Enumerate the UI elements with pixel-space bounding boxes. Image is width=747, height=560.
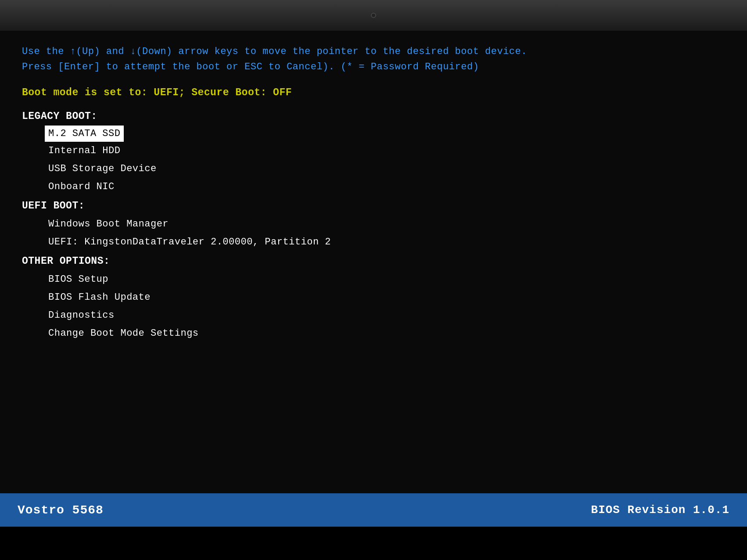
option-change-boot-mode[interactable]: Change Boot Mode Settings xyxy=(48,324,725,342)
option-diagnostics[interactable]: Diagnostics xyxy=(48,306,725,324)
instructions-text: Use the ↑(Up) and ↓(Down) arrow keys to … xyxy=(22,44,725,75)
bios-footer-bar: Vostro 5568 BIOS Revision 1.0.1 xyxy=(0,493,747,527)
other-options-section: OTHER OPTIONS: BIOS Setup BIOS Flash Upd… xyxy=(22,255,725,342)
legacy-internal-hdd[interactable]: Internal HDD xyxy=(48,142,725,160)
legacy-boot-section: LEGACY BOOT: M.2 SATA SSD Internal HDD U… xyxy=(22,111,725,196)
legacy-onboard-nic[interactable]: Onboard NIC xyxy=(48,178,725,196)
boot-mode-status: Boot mode is set to: UEFI; Secure Boot: … xyxy=(22,87,725,98)
uefi-boot-header: UEFI BOOT: xyxy=(22,200,725,212)
bios-screen: Use the ↑(Up) and ↓(Down) arrow keys to … xyxy=(0,31,747,527)
legacy-usb-storage[interactable]: USB Storage Device xyxy=(48,160,725,178)
other-options-header: OTHER OPTIONS: xyxy=(22,255,725,267)
option-bios-setup[interactable]: BIOS Setup xyxy=(48,270,725,288)
bios-revision: BIOS Revision 1.0.1 xyxy=(591,503,729,517)
webcam xyxy=(371,13,376,18)
legacy-boot-header: LEGACY BOOT: xyxy=(22,111,725,122)
uefi-boot-section: UEFI BOOT: Windows Boot Manager UEFI: Ki… xyxy=(22,200,725,251)
option-bios-flash-update[interactable]: BIOS Flash Update xyxy=(48,288,725,306)
laptop-bezel xyxy=(0,0,747,31)
uefi-kingston-traveler[interactable]: UEFI: KingstonDataTraveler 2.00000, Part… xyxy=(48,233,725,251)
uefi-windows-boot-manager[interactable]: Windows Boot Manager xyxy=(48,215,725,233)
instruction-line2: Press [Enter] to attempt the boot or ESC… xyxy=(22,59,725,75)
device-model: Vostro 5568 xyxy=(18,503,104,517)
legacy-m2-sata-ssd[interactable]: M.2 SATA SSD xyxy=(45,126,124,142)
instruction-line1: Use the ↑(Up) and ↓(Down) arrow keys to … xyxy=(22,44,725,59)
